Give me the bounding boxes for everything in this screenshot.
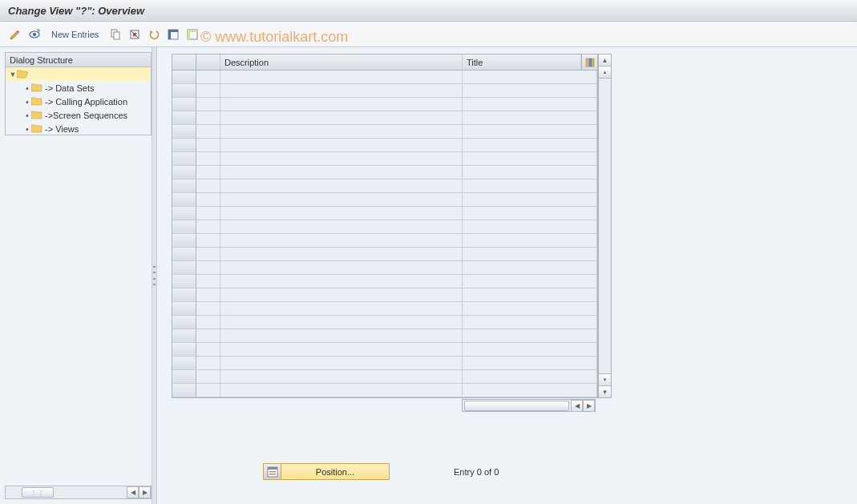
delete-icon[interactable] xyxy=(126,26,144,43)
footer-row: Position... Entry 0 of 0 xyxy=(172,463,851,480)
scroll-down-icon[interactable]: ▼ xyxy=(599,385,611,397)
scroll-left-icon[interactable]: ◀ xyxy=(571,400,583,412)
vscroll-track[interactable] xyxy=(599,79,611,373)
table-row[interactable] xyxy=(172,329,597,343)
row-header[interactable] xyxy=(172,316,196,329)
hscroll-thumb[interactable]: ⋮⋮ xyxy=(22,487,54,498)
copy-icon[interactable] xyxy=(107,26,124,43)
row-header[interactable] xyxy=(172,370,196,384)
row-header[interactable] xyxy=(172,139,196,152)
column-header-title[interactable]: Title xyxy=(463,54,581,70)
table-row[interactable] xyxy=(172,384,597,397)
grid-config-icon[interactable] xyxy=(581,54,597,70)
row-header[interactable] xyxy=(172,220,196,234)
row-header[interactable] xyxy=(172,84,196,98)
content-area: Description Title xyxy=(157,47,857,504)
row-header[interactable] xyxy=(172,98,196,111)
table-row[interactable] xyxy=(172,207,597,220)
grid-vscroll[interactable]: ▲ ▲ ▼ ▼ xyxy=(598,54,612,398)
table-row[interactable] xyxy=(172,152,597,166)
position-button[interactable]: Position... xyxy=(263,463,390,480)
row-header[interactable] xyxy=(172,111,196,125)
row-header[interactable] xyxy=(172,248,196,261)
scroll-right-icon[interactable]: ▶ xyxy=(139,486,151,498)
row-header[interactable] xyxy=(172,302,196,316)
tree-node-views[interactable]: • -> Views xyxy=(6,122,151,135)
table-row[interactable] xyxy=(172,111,597,125)
new-entries-button[interactable]: New Entries xyxy=(45,26,105,43)
bullet-icon: • xyxy=(23,97,31,107)
row-header[interactable] xyxy=(172,329,196,343)
scroll-left-icon[interactable]: ◀ xyxy=(127,486,139,498)
table-row[interactable] xyxy=(172,166,597,179)
splitter[interactable] xyxy=(152,47,157,504)
other-view-icon[interactable] xyxy=(26,26,43,43)
table-row[interactable] xyxy=(172,370,597,384)
row-header[interactable] xyxy=(172,343,196,357)
row-header[interactable] xyxy=(172,166,196,179)
table-row[interactable] xyxy=(172,84,597,98)
table-row[interactable] xyxy=(172,193,597,207)
collapse-icon[interactable]: ▼ xyxy=(9,71,17,79)
row-header[interactable] xyxy=(172,125,196,139)
table-row[interactable] xyxy=(172,275,597,288)
svg-rect-16 xyxy=(592,58,594,67)
row-header[interactable] xyxy=(172,152,196,166)
table-row[interactable] xyxy=(172,98,597,111)
table-row[interactable] xyxy=(172,179,597,193)
main-area: Dialog Structure ▼ • -> Data Sets • -> C… xyxy=(0,47,857,504)
tree-label: -> Data Sets xyxy=(45,83,94,93)
scroll-up-step-icon[interactable]: ▲ xyxy=(599,67,611,79)
svg-rect-15 xyxy=(589,58,592,67)
tree-node-screen-sequences[interactable]: • ->Screen Sequences xyxy=(6,108,151,122)
table-row[interactable] xyxy=(172,357,597,370)
scroll-right-icon[interactable]: ▶ xyxy=(583,400,595,412)
column-header-blank[interactable] xyxy=(196,54,220,70)
row-header[interactable] xyxy=(172,384,196,397)
scroll-down-step-icon[interactable]: ▼ xyxy=(599,373,611,385)
table-row[interactable] xyxy=(172,139,597,152)
folder-icon xyxy=(31,124,42,133)
hscroll-track[interactable] xyxy=(463,400,571,411)
titlebar: Change View "?": Overview xyxy=(0,0,857,22)
grid-hscroll-area[interactable]: ◀ ▶ xyxy=(462,399,596,412)
row-header[interactable] xyxy=(172,261,196,275)
table-row[interactable] xyxy=(172,261,597,275)
undo-icon[interactable] xyxy=(145,26,163,43)
tree-node-root[interactable]: ▼ xyxy=(6,67,151,81)
row-header[interactable] xyxy=(172,179,196,193)
grid-body xyxy=(172,71,597,397)
row-header[interactable] xyxy=(172,234,196,248)
table-row[interactable] xyxy=(172,288,597,302)
table-row[interactable] xyxy=(172,302,597,316)
tree-label: -> Views xyxy=(45,124,79,134)
svg-rect-18 xyxy=(268,467,277,470)
select-all-icon[interactable] xyxy=(164,26,182,43)
row-header[interactable] xyxy=(172,193,196,207)
tree-node-data-sets[interactable]: • -> Data Sets xyxy=(6,81,151,95)
table-row[interactable] xyxy=(172,234,597,248)
row-header[interactable] xyxy=(172,207,196,220)
table-row[interactable] xyxy=(172,71,597,84)
hscroll-thumb[interactable] xyxy=(464,401,569,411)
hscroll-track[interactable]: ⋮⋮ xyxy=(6,486,127,498)
position-icon xyxy=(264,464,281,479)
table-row[interactable] xyxy=(172,316,597,329)
row-header[interactable] xyxy=(172,357,196,370)
row-header[interactable] xyxy=(172,275,196,288)
row-header[interactable] xyxy=(172,71,196,84)
sidebar-hscroll[interactable]: ⋮⋮ ◀ ▶ xyxy=(5,486,152,499)
table-row[interactable] xyxy=(172,248,597,261)
toggle-display-change-icon[interactable] xyxy=(6,26,24,43)
table-row[interactable] xyxy=(172,125,597,139)
deselect-all-icon[interactable] xyxy=(184,26,201,43)
row-header[interactable] xyxy=(172,288,196,302)
column-header-description[interactable]: Description xyxy=(220,54,463,70)
grid-corner[interactable] xyxy=(172,54,196,70)
table-row[interactable] xyxy=(172,220,597,234)
bullet-icon: • xyxy=(23,111,31,120)
scroll-up-icon[interactable]: ▲ xyxy=(599,54,611,67)
svg-rect-13 xyxy=(188,32,190,39)
table-row[interactable] xyxy=(172,343,597,357)
tree-node-calling-application[interactable]: • -> Calling Application xyxy=(6,95,151,108)
